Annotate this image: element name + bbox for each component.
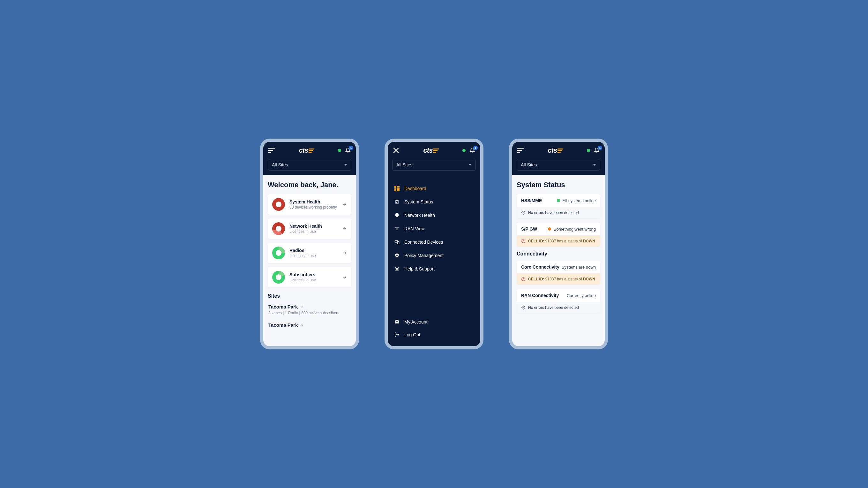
card-title: Network Health (289, 224, 337, 229)
site-select-label: All Sites (272, 162, 288, 167)
site-select[interactable]: All Sites (268, 159, 351, 171)
nav-item-connected-devices[interactable]: Connected Devices (392, 236, 476, 249)
donut-icon (272, 198, 285, 211)
online-status-dot-icon (338, 149, 341, 152)
nav-item-ran-view[interactable]: RAN View (392, 222, 476, 235)
site-item[interactable]: Tacoma Park (268, 321, 351, 329)
svg-point-15 (396, 321, 398, 322)
check-circle-icon (521, 305, 526, 310)
notifications-button[interactable]: 1 (469, 147, 476, 154)
devices-icon (394, 239, 400, 245)
svg-rect-6 (395, 189, 396, 191)
card-title: Radios (289, 248, 337, 253)
caret-down-icon (344, 164, 347, 166)
close-icon (393, 148, 399, 153)
brand-stripes-icon (558, 148, 563, 153)
svg-point-11 (396, 255, 398, 256)
status-detail-bold: DOWN (583, 239, 595, 243)
status-name: Core Connectivity (521, 264, 559, 269)
status-detail-text: 91837 has a status of (546, 239, 582, 243)
arrow-right-icon (299, 323, 304, 327)
nav-item-log-out[interactable]: Log Out (392, 328, 476, 341)
shield-gear-icon (394, 253, 400, 258)
site-name: Tacoma Park (268, 322, 298, 328)
svg-rect-16 (517, 148, 524, 149)
notification-badge: 1 (473, 146, 478, 150)
card-subtitle: Licences in use (289, 278, 337, 282)
card-subscribers[interactable]: Subscribers Licences in use (268, 267, 351, 287)
status-detail-text: 91837 has a status of (546, 277, 582, 281)
nav-item-dashboard[interactable]: Dashboard (392, 182, 476, 195)
card-system-health[interactable]: System Health 30 devices working properl… (268, 194, 351, 214)
notifications-button[interactable]: 1 (593, 147, 600, 154)
shield-plus-icon (394, 212, 400, 218)
status-text: Currently online (567, 293, 596, 298)
svg-rect-3 (395, 186, 396, 188)
site-select[interactable]: All Sites (392, 159, 476, 171)
brand-stripes-icon (309, 148, 314, 153)
notification-badge: 1 (349, 146, 353, 150)
dashboard-content: Welcome back, Jane. System Health 30 dev… (263, 175, 356, 346)
card-radios[interactable]: Radios Licences in use (268, 243, 351, 263)
status-text: Systems are down (562, 265, 596, 269)
notifications-button[interactable]: 1 (344, 147, 351, 154)
phone-dashboard: cts 1 All Sites Welcome back, Jane. (260, 139, 359, 349)
logout-icon (394, 332, 400, 338)
card-subtitle: Licences in use (289, 254, 337, 258)
nav-item-policy-management[interactable]: Policy Management (392, 249, 476, 262)
brand-stripes-icon (433, 148, 439, 153)
nav-item-my-account[interactable]: My Account (392, 316, 476, 328)
status-text: Something went wrong (554, 227, 596, 232)
arrow-right-icon (342, 226, 347, 231)
nav-item-help-support[interactable]: Help & Support (392, 262, 476, 275)
card-title: Subscribers (289, 272, 337, 277)
site-select[interactable]: All Sites (517, 159, 600, 171)
site-select-label: All Sites (396, 162, 413, 167)
status-card-hss-mme[interactable]: HSS/MME All systems online No errors hav… (517, 194, 600, 218)
menu-button[interactable] (517, 147, 524, 154)
app-header: cts 1 All Sites (263, 142, 356, 175)
card-subtitle: 30 devices working properly (289, 205, 337, 209)
hamburger-icon (268, 148, 275, 153)
page-title: System Status (517, 181, 600, 189)
status-name: S/P GW (521, 226, 537, 232)
hamburger-icon (517, 148, 524, 153)
arrow-right-icon (342, 275, 347, 280)
close-menu-button[interactable] (392, 147, 400, 154)
nav-label: RAN View (404, 226, 425, 231)
status-card-ran-connectivity[interactable]: RAN Connectivity Currently online No err… (517, 289, 600, 313)
svg-rect-2 (268, 152, 271, 153)
nav-item-system-status[interactable]: System Status (392, 196, 476, 208)
card-subtitle: Licences in use (289, 229, 337, 234)
site-item[interactable]: Tacoma Park 2 zones | 1 Radio | 300 acti… (268, 303, 351, 316)
svg-rect-5 (397, 188, 400, 191)
clipboard-icon (394, 199, 400, 205)
svg-point-22 (522, 306, 525, 310)
brand-text: cts (424, 146, 433, 154)
arrow-right-icon (342, 250, 347, 256)
svg-rect-10 (397, 241, 399, 244)
svg-point-13 (396, 268, 398, 269)
nav-label: Connected Devices (404, 239, 443, 245)
status-dot-icon (557, 199, 560, 202)
brand-logo: cts (424, 146, 439, 154)
status-card-core-connectivity[interactable]: Core Connectivity Systems are down CELL … (517, 261, 600, 285)
welcome-heading: Welcome back, Jane. (268, 181, 351, 189)
arrow-right-icon (299, 305, 304, 309)
nav-label: Network Health (404, 213, 435, 218)
svg-rect-4 (397, 186, 400, 187)
nav-label: My Account (404, 319, 427, 324)
status-detail-bar: CELL ID: 91837 has a status of DOWN (517, 274, 600, 285)
brand-logo: cts (299, 146, 315, 154)
check-circle-icon (521, 210, 526, 215)
caret-down-icon (593, 164, 596, 166)
card-network-health[interactable]: Network Health Licences in use (268, 219, 351, 239)
donut-icon (272, 222, 285, 235)
svg-point-19 (522, 211, 525, 214)
status-detail-text: No errors have been detected (528, 305, 579, 310)
menu-button[interactable] (268, 147, 275, 154)
nav-item-network-health[interactable]: Network Health (392, 209, 476, 222)
donut-icon (272, 247, 285, 259)
app-header: cts 1 All Sites (388, 142, 480, 175)
status-card-sp-gw[interactable]: S/P GW Something went wrong CELL ID: 918… (517, 223, 600, 247)
